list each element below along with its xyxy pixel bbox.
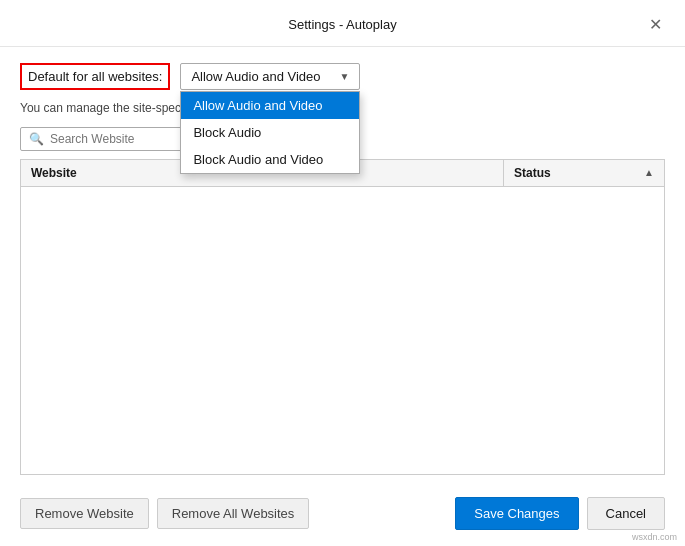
title-bar: Settings - Autoplay ✕ <box>0 0 685 47</box>
remove-all-websites-button[interactable]: Remove All Websites <box>157 498 310 529</box>
left-action-buttons: Remove Website Remove All Websites <box>20 498 309 529</box>
dropdown-option-block-audio[interactable]: Block Audio <box>181 119 359 146</box>
table-body <box>21 187 664 474</box>
dropdown-option-allow-audio-video[interactable]: Allow Audio and Video <box>181 92 359 119</box>
close-button[interactable]: ✕ <box>641 10 669 38</box>
status-label: Status <box>514 166 551 180</box>
dropdown-selected-value: Allow Audio and Video <box>191 69 320 84</box>
bottom-actions: Remove Website Remove All Websites Save … <box>0 497 685 546</box>
dropdown-menu: Allow Audio and Video Block Audio Block … <box>180 91 360 174</box>
autoplay-dropdown[interactable]: Allow Audio and Video ▼ <box>180 63 360 90</box>
dialog-title: Settings - Autoplay <box>44 17 641 32</box>
dropdown-option-block-audio-video[interactable]: Block Audio and Video <box>181 146 359 173</box>
right-action-buttons: Save Changes Cancel <box>455 497 665 530</box>
col-header-status: Status ▲ <box>504 160 664 186</box>
content-area: Default for all websites: Allow Audio an… <box>0 47 685 497</box>
default-label: Default for all websites: <box>20 63 170 90</box>
search-icon: 🔍 <box>29 132 44 146</box>
sort-icon[interactable]: ▲ <box>644 167 654 178</box>
watermark: wsxdn.com <box>632 532 677 542</box>
autoplay-dropdown-wrapper: Allow Audio and Video ▼ Allow Audio and … <box>180 63 360 90</box>
remove-website-button[interactable]: Remove Website <box>20 498 149 529</box>
chevron-down-icon: ▼ <box>340 71 350 82</box>
settings-dialog: Settings - Autoplay ✕ Default for all we… <box>0 0 685 546</box>
save-changes-button[interactable]: Save Changes <box>455 497 578 530</box>
websites-table: Website Status ▲ <box>20 159 665 475</box>
cancel-button[interactable]: Cancel <box>587 497 665 530</box>
default-row: Default for all websites: Allow Audio an… <box>20 63 665 90</box>
